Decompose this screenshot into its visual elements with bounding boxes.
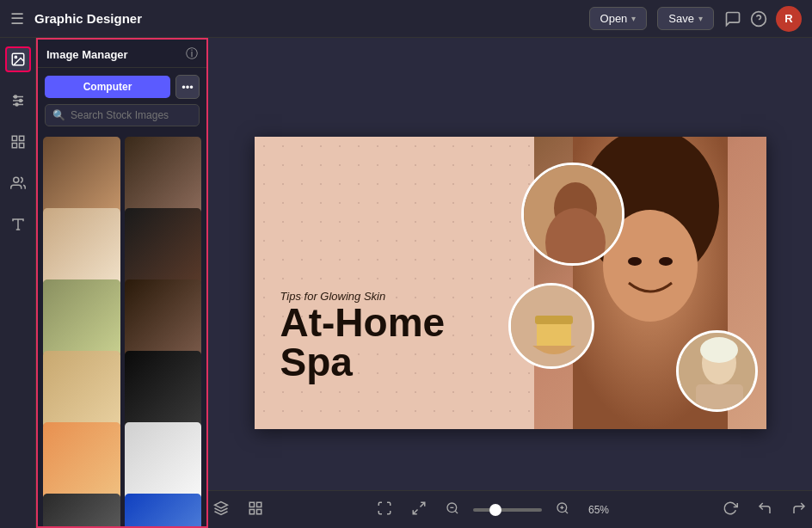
image-thumbnail[interactable] [43, 351, 120, 428]
svg-point-31 [700, 337, 738, 363]
zoom-level: 65% [583, 504, 614, 516]
refresh-button[interactable] [717, 497, 743, 523]
image-thumbnail[interactable] [125, 279, 202, 357]
full-screen-button[interactable] [406, 497, 432, 523]
svg-line-38 [455, 511, 458, 513]
circle-image-3[interactable] [676, 330, 758, 412]
svg-marker-32 [215, 501, 228, 508]
canvas-text: Tips for Glowing Skin At-Home Spa [280, 290, 446, 382]
zoom-slider[interactable] [473, 508, 542, 512]
zoom-in-button[interactable] [551, 498, 575, 522]
image-thumbnail[interactable] [125, 208, 202, 285]
user-avatar[interactable]: R [776, 6, 802, 32]
image-thumbnail[interactable] [125, 422, 202, 500]
comment-icon[interactable] [724, 10, 741, 28]
circle-image-2[interactable] [508, 283, 594, 369]
search-bar: 🔍 [45, 104, 200, 126]
main-area: Image Manager ⓘ Computer ••• 🔍 [0, 38, 812, 528]
canvas-design: Tips for Glowing Skin At-Home Spa [255, 137, 766, 429]
image-thumbnail[interactable] [125, 351, 202, 428]
svg-point-20 [628, 257, 642, 266]
image-thumbnail[interactable] [43, 494, 120, 526]
image-thumbnail[interactable] [43, 137, 120, 214]
redo-button[interactable] [786, 497, 812, 523]
canvas-title: At-Home Spa [280, 303, 446, 382]
zoom-out-button[interactable] [440, 498, 464, 522]
canvas-area: Tips for Glowing Skin At-Home Spa [208, 38, 812, 528]
help-icon[interactable] [750, 10, 767, 28]
top-navbar: ☰ Graphic Designer Open ▾ Save ▾ R [0, 0, 812, 38]
svg-rect-10 [12, 136, 16, 140]
image-manager-panel: Image Manager ⓘ Computer ••• 🔍 [36, 38, 208, 528]
app-title: Graphic Designer [34, 11, 142, 26]
svg-point-9 [15, 103, 18, 106]
open-button[interactable]: Open ▾ [589, 7, 648, 30]
svg-rect-34 [257, 502, 261, 507]
info-icon[interactable]: ⓘ [186, 46, 198, 62]
circle-image-1[interactable] [521, 163, 624, 266]
bottom-toolbar: 65% [208, 490, 812, 528]
svg-rect-12 [19, 144, 23, 148]
svg-line-41 [565, 511, 568, 513]
svg-point-21 [659, 257, 673, 266]
panel-header: Image Manager ⓘ [38, 40, 206, 68]
layers-button[interactable] [208, 497, 234, 523]
sidebar-text-icon[interactable] [5, 212, 31, 237]
fit-screen-button[interactable] [372, 497, 397, 523]
sidebar-images-icon[interactable] [5, 46, 31, 72]
svg-point-8 [19, 100, 22, 102]
nav-icons: R [724, 6, 802, 32]
search-input[interactable] [71, 109, 192, 121]
svg-rect-26 [537, 320, 571, 350]
image-thumbnail[interactable] [125, 494, 202, 526]
canvas-wrapper[interactable]: Tips for Glowing Skin At-Home Spa [255, 137, 766, 429]
search-icon: 🔍 [52, 109, 65, 121]
sidebar-layout-icon[interactable] [5, 129, 31, 155]
svg-rect-11 [19, 136, 23, 140]
sidebar-adjust-icon[interactable] [5, 88, 31, 114]
svg-rect-27 [535, 316, 573, 324]
svg-rect-35 [257, 509, 261, 513]
image-thumbnail[interactable] [43, 208, 120, 285]
sidebar-people-icon[interactable] [5, 170, 31, 196]
undo-button[interactable] [752, 497, 778, 523]
image-thumbnail[interactable] [43, 279, 120, 357]
image-thumbnail[interactable] [43, 422, 120, 500]
hamburger-icon[interactable]: ☰ [10, 9, 24, 28]
svg-point-14 [13, 177, 18, 182]
more-options-button[interactable]: ••• [175, 75, 200, 99]
svg-point-7 [14, 95, 16, 98]
grid-button[interactable] [243, 497, 268, 523]
computer-button[interactable]: Computer [45, 76, 170, 98]
svg-point-3 [15, 56, 16, 58]
svg-rect-36 [249, 509, 254, 513]
save-button[interactable]: Save ▾ [657, 7, 714, 30]
panel-title: Image Manager [46, 48, 128, 61]
svg-rect-33 [249, 502, 254, 507]
image-grid [38, 133, 206, 526]
image-thumbnail[interactable] [125, 137, 202, 214]
icon-sidebar [0, 38, 36, 528]
svg-rect-13 [12, 144, 16, 148]
panel-actions: Computer ••• [38, 68, 206, 104]
